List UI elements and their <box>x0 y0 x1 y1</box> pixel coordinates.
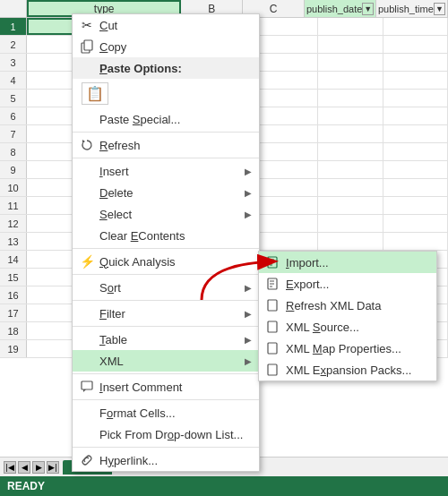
divider-6 <box>73 326 259 327</box>
menu-item-refresh[interactable]: Refresh <box>73 134 259 156</box>
menu-item-xml[interactable]: XML ▶ <box>73 350 259 372</box>
divider-9 <box>73 447 259 448</box>
menu-item-copy[interactable]: Copy <box>73 36 259 57</box>
menu-item-table[interactable]: Table ▶ <box>73 329 259 350</box>
submenu-item-xml-expansion-packs[interactable]: XML Expansion Packs... <box>259 359 436 381</box>
row-num-12: 12 <box>0 215 27 232</box>
nav-next-sheet[interactable]: ▶ <box>32 461 45 474</box>
row-num-3: 3 <box>0 54 27 71</box>
menu-item-hyperlink[interactable]: Hyperlink... <box>73 449 259 471</box>
svg-rect-3 <box>82 381 92 389</box>
menu-item-filter[interactable]: Filter ▶ <box>73 303 259 324</box>
cell-e4[interactable] <box>383 72 448 89</box>
quick-analysis-icon: ⚡ <box>78 252 96 270</box>
submenu-item-export[interactable]: Export... <box>259 273 436 295</box>
cell-d4[interactable] <box>318 72 383 89</box>
cell-e7[interactable] <box>383 125 448 142</box>
divider-8 <box>73 399 259 400</box>
svg-rect-15 <box>268 343 277 354</box>
cell-e12[interactable] <box>383 215 448 232</box>
cell-e2[interactable] <box>383 36 448 53</box>
refresh-icon <box>78 136 96 154</box>
cell-c9[interactable] <box>254 161 318 178</box>
cell-e3[interactable] <box>383 54 448 71</box>
menu-item-format-cells[interactable]: Format Cells... <box>73 402 259 423</box>
copy-icon <box>78 38 96 56</box>
row-num-14: 14 <box>0 251 27 268</box>
cell-c11[interactable] <box>254 197 318 214</box>
cell-c13[interactable] <box>254 233 318 250</box>
divider-7 <box>73 373 259 374</box>
menu-item-pick-dropdown[interactable]: Pick From Drop-down List... <box>73 423 259 445</box>
submenu-arrow-filter: ▶ <box>245 309 252 319</box>
row-num-9: 9 <box>0 161 27 178</box>
cell-d8[interactable] <box>318 143 383 160</box>
filter-dropdown-e[interactable]: ▼ <box>434 3 445 15</box>
submenu-item-import[interactable]: Import... <box>259 252 436 273</box>
menu-item-delete[interactable]: Delete ▶ <box>73 182 259 203</box>
cell-e6[interactable] <box>383 107 448 124</box>
divider-3 <box>73 248 259 249</box>
submenu-arrow-select: ▶ <box>245 210 252 219</box>
menu-item-insert[interactable]: Insert ▶ <box>73 160 259 182</box>
cell-d1[interactable] <box>318 18 383 35</box>
cell-d11[interactable] <box>318 197 383 214</box>
svg-marker-2 <box>82 140 85 143</box>
cell-c1[interactable] <box>254 18 318 35</box>
cell-e11[interactable] <box>383 197 448 214</box>
sheet-nav-arrows: |◀ ◀ ▶ ▶| <box>4 461 59 474</box>
submenu-arrow-delete: ▶ <box>245 188 252 198</box>
menu-item-paste-icons[interactable]: 📋 <box>73 79 259 108</box>
cell-d9[interactable] <box>318 161 383 178</box>
divider-2 <box>73 158 259 158</box>
submenu-item-xml-source[interactable]: XML Source... <box>259 316 436 338</box>
menu-item-sort[interactable]: Sort ▶ <box>73 277 259 298</box>
cell-c7[interactable] <box>254 125 318 142</box>
cell-e1[interactable] <box>383 18 448 35</box>
row-num-6: 6 <box>0 107 27 124</box>
cell-d10[interactable] <box>318 179 383 196</box>
cell-c3[interactable] <box>254 54 318 71</box>
menu-item-select[interactable]: Select ▶ <box>73 203 259 225</box>
divider-5 <box>73 300 259 301</box>
row-num-11: 11 <box>0 197 27 214</box>
row-num-13: 13 <box>0 233 27 250</box>
nav-last-sheet[interactable]: ▶| <box>47 461 59 474</box>
svg-rect-13 <box>268 300 277 311</box>
row-num-15: 15 <box>0 269 27 286</box>
cell-d6[interactable] <box>318 107 383 124</box>
paste-icon-1[interactable]: 📋 <box>82 82 108 105</box>
cell-c6[interactable] <box>254 107 318 124</box>
cell-d2[interactable] <box>318 36 383 53</box>
cell-d12[interactable] <box>318 215 383 232</box>
cell-e8[interactable] <box>383 143 448 160</box>
filter-dropdown-d[interactable]: ▼ <box>362 3 374 15</box>
nav-prev-sheet[interactable]: ◀ <box>18 461 30 474</box>
nav-first-sheet[interactable]: |◀ <box>4 461 16 474</box>
cell-d3[interactable] <box>318 54 383 71</box>
cell-c4[interactable] <box>254 72 318 89</box>
divider-4 <box>73 274 259 275</box>
submenu-item-refresh-xml[interactable]: Refresh XML Data <box>259 295 436 316</box>
cell-e5[interactable] <box>383 90 448 107</box>
cell-c8[interactable] <box>254 143 318 160</box>
submenu-item-xml-map-properties[interactable]: XML Map Properties... <box>259 338 436 359</box>
cell-e13[interactable] <box>383 233 448 250</box>
menu-item-clear-contents[interactable]: Clear EContents <box>73 225 259 246</box>
cell-d5[interactable] <box>318 90 383 107</box>
cell-c10[interactable] <box>254 179 318 196</box>
cell-d13[interactable] <box>318 233 383 250</box>
cell-c2[interactable] <box>254 36 318 53</box>
menu-item-quick-analysis[interactable]: ⚡ Quick Analysis <box>73 251 259 272</box>
row-num-18: 18 <box>0 322 27 339</box>
col-header-e: publish_time ▼ <box>376 0 448 17</box>
cell-c5[interactable] <box>254 90 318 107</box>
svg-rect-14 <box>268 321 277 332</box>
cell-c12[interactable] <box>254 215 318 232</box>
menu-item-paste-special[interactable]: Paste Special... <box>73 108 259 130</box>
cell-e9[interactable] <box>383 161 448 178</box>
cell-d7[interactable] <box>318 125 383 142</box>
menu-item-cut[interactable]: ✂ Cut <box>73 14 259 36</box>
cell-e10[interactable] <box>383 179 448 196</box>
menu-item-insert-comment[interactable]: Insert Comment <box>73 376 259 398</box>
